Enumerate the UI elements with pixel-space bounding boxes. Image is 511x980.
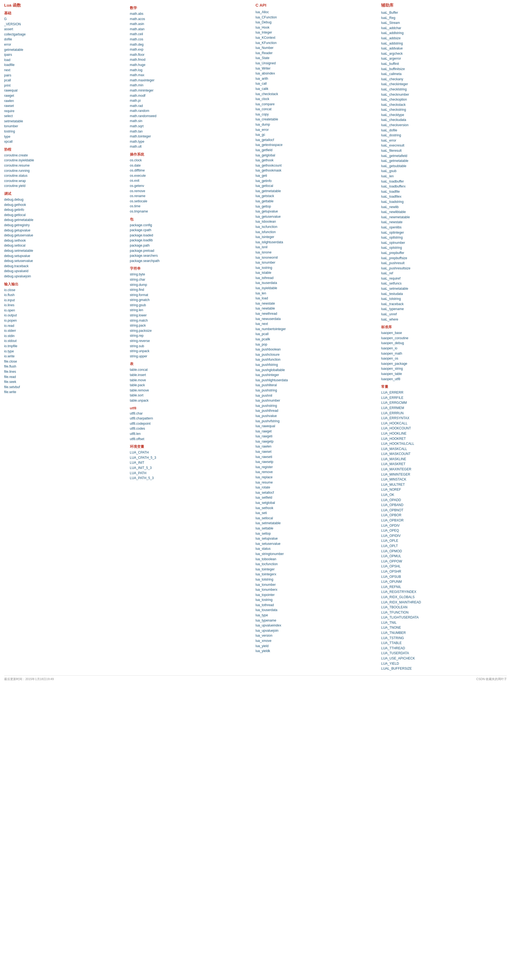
list-item[interactable]: lua_gc — [256, 132, 378, 137]
list-item[interactable]: luaopen_table — [381, 371, 504, 377]
list-item[interactable]: math.exp — [130, 47, 253, 52]
list-item[interactable]: lua_isboolean — [256, 219, 378, 224]
list-item[interactable]: lua_isnoneornil — [256, 255, 378, 260]
list-item[interactable]: lua_pushthread — [256, 408, 378, 414]
list-item[interactable]: math.min — [130, 83, 253, 88]
list-item[interactable]: math.type — [130, 139, 253, 144]
list-item[interactable]: lua_setlocal — [256, 516, 378, 521]
list-item[interactable]: _VERSION — [4, 22, 127, 27]
list-item[interactable]: string.dump — [130, 282, 253, 288]
list-item[interactable]: lua_tointeger — [256, 567, 378, 572]
list-item[interactable]: LUA_USE_APICHECK — [381, 656, 504, 661]
list-item[interactable]: os.remove — [130, 189, 253, 194]
list-item[interactable]: lua_getstack — [256, 194, 378, 199]
list-item[interactable]: luaopen_coroutine — [381, 336, 504, 341]
list-item[interactable]: LUA_CPATH_5_3 — [130, 455, 253, 460]
list-item[interactable]: luaL_len — [381, 174, 504, 179]
list-item[interactable]: lua_istable — [256, 270, 378, 275]
list-item[interactable]: setmetatable — [4, 119, 127, 124]
list-item[interactable]: lua_settop — [256, 531, 378, 536]
list-item[interactable]: luaL_loadbuffer — [381, 179, 504, 184]
list-item[interactable]: luaL_buffinit — [381, 61, 504, 67]
list-item[interactable]: luaL_prepbuffer — [381, 250, 504, 256]
list-item[interactable]: LUA_TTABLE — [381, 641, 504, 646]
list-item[interactable]: lua_newuserdata — [256, 317, 378, 321]
list-item[interactable]: math.maxinteger — [130, 78, 253, 83]
list-item[interactable]: lua_getglobal — [256, 153, 378, 158]
list-item[interactable]: lua_calik — [256, 86, 378, 92]
list-item[interactable]: luaL_loadstring — [381, 199, 504, 205]
list-item[interactable]: debug.upvaluejoin — [4, 274, 127, 279]
list-item[interactable]: rawget — [4, 93, 127, 99]
list-item[interactable]: lua_sethook — [256, 506, 378, 511]
list-item[interactable]: lua_pushnumber — [256, 398, 378, 403]
list-item[interactable]: lua_compare — [256, 102, 378, 107]
list-item[interactable]: xpcall — [4, 139, 127, 144]
list-item[interactable]: table.pack — [130, 383, 253, 388]
list-item[interactable]: luaL_addchar — [381, 25, 504, 31]
list-item[interactable]: collectgarbage — [4, 32, 127, 37]
list-item[interactable]: luaL_setfuncs — [381, 281, 504, 286]
list-item[interactable]: lua_newthread — [256, 311, 378, 317]
list-item[interactable]: lua_tocfunction — [256, 562, 378, 567]
list-item[interactable]: math.abs — [130, 11, 253, 16]
list-item[interactable]: luaL_tolstring — [381, 296, 504, 302]
list-item[interactable]: lua_setmetatable — [256, 521, 378, 526]
list-item[interactable]: lua_rawlen — [256, 444, 378, 449]
list-item[interactable]: math.asin — [130, 21, 253, 27]
list-item[interactable]: coroutine.resume — [4, 163, 127, 168]
list-item[interactable]: luaL_getmetafield — [381, 153, 504, 159]
list-item[interactable]: LUA_YIELD — [381, 661, 504, 667]
list-item[interactable]: string.find — [130, 287, 253, 293]
list-item[interactable]: os.tmpname — [130, 209, 253, 214]
list-item[interactable]: math.huge — [130, 62, 253, 68]
list-item[interactable]: luaL_checknumber — [381, 92, 504, 97]
list-item[interactable]: lua_rawset — [256, 449, 378, 454]
list-item[interactable]: lua_pushglobaltable — [256, 368, 378, 373]
list-item[interactable]: LUA_MINSTACK — [381, 477, 504, 482]
list-item[interactable]: lua_arith — [256, 76, 378, 81]
list-item[interactable]: LUA_MASKRET — [381, 461, 504, 467]
list-item[interactable]: lua_next — [256, 321, 378, 326]
list-item[interactable]: os.date — [130, 163, 253, 168]
list-item[interactable]: LUA_RIDX_MAINTHREAD — [381, 600, 504, 605]
list-item[interactable]: lua_setuservalue — [256, 541, 378, 546]
list-item[interactable]: utf8.charpattern — [130, 416, 253, 421]
list-item[interactable]: LUA_CPATH — [130, 450, 253, 455]
list-item[interactable]: debug.debug — [4, 197, 127, 202]
list-item[interactable]: dofile — [4, 37, 127, 42]
list-item[interactable]: coroutine.create — [4, 153, 127, 158]
list-item[interactable]: debug.getlocal — [4, 213, 127, 218]
list-item[interactable]: luaopen_package — [381, 361, 504, 366]
list-item[interactable]: LUA_OPSHL — [381, 564, 504, 569]
list-item[interactable]: coroutine.wrap — [4, 178, 127, 184]
list-item[interactable]: luaL_checkinteger — [381, 82, 504, 87]
list-item[interactable]: luaL_getmetatable — [381, 158, 504, 164]
list-item[interactable]: string.char — [130, 277, 253, 282]
list-item[interactable]: luaL_execresult — [381, 143, 504, 148]
list-item[interactable]: lua_seti — [256, 511, 378, 516]
list-item[interactable]: luaL_Reg — [381, 15, 504, 21]
list-item[interactable]: os.getenv — [130, 183, 253, 189]
list-item[interactable]: luaL_optlstring — [381, 235, 504, 240]
list-item[interactable]: lua_isstring — [256, 265, 378, 270]
list-item[interactable]: math.deg — [130, 42, 253, 47]
list-item[interactable]: math.acos — [130, 16, 253, 22]
list-item[interactable]: io.read — [4, 323, 127, 328]
list-item[interactable]: lua_getlocal — [256, 183, 378, 189]
list-item[interactable]: LUA_TNIL — [381, 620, 504, 625]
list-item[interactable]: lua_yieldk — [256, 649, 378, 654]
list-item[interactable]: luaL_optnumber — [381, 240, 504, 245]
list-item[interactable]: debug.gethook — [4, 202, 127, 208]
list-item[interactable]: LUA_REGISTRYINDEX — [381, 589, 504, 595]
list-item[interactable]: os.exit — [130, 178, 253, 183]
list-item[interactable]: utf8.codes — [130, 426, 253, 431]
list-item[interactable]: file.seek — [4, 379, 127, 385]
list-item[interactable]: luaL_newlibtable — [381, 210, 504, 215]
list-item[interactable]: LUA_HOOKTAILCALL — [381, 441, 504, 446]
list-item[interactable]: type — [4, 134, 127, 139]
list-item[interactable]: string.reverse — [130, 338, 253, 344]
list-item[interactable]: luaL_pushresult — [381, 261, 504, 266]
list-item[interactable]: debug.getinfo — [4, 207, 127, 213]
list-item[interactable]: luaL_prepbuffsize — [381, 256, 504, 261]
